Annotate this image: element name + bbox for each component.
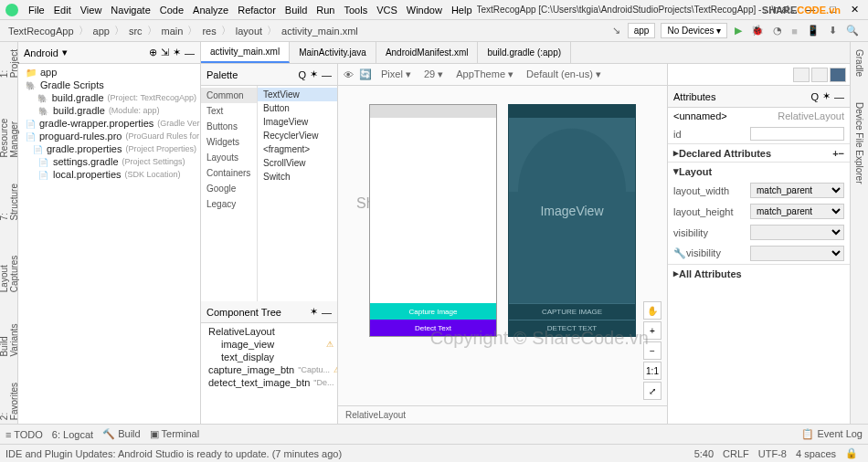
stop-icon[interactable]: ■	[788, 24, 801, 38]
device-selector[interactable]: No Devices ▾	[661, 23, 727, 38]
tab-project[interactable]: 1: Project	[0, 46, 21, 81]
menu-code[interactable]: Code	[155, 5, 188, 16]
palette-item[interactable]: ScrollView	[258, 156, 337, 170]
blueprint-capture-button[interactable]: CAPTURE IMAGE	[509, 303, 635, 320]
status-lock-icon[interactable]: 🔒	[841, 447, 863, 459]
view-split-button[interactable]	[811, 68, 828, 82]
palette-category[interactable]: Layouts	[201, 150, 257, 165]
project-hide-icon[interactable]: —	[185, 47, 195, 58]
menu-view[interactable]: View	[76, 5, 107, 16]
zoom-reset-button[interactable]: ⤢	[643, 382, 662, 400]
module-selector[interactable]: app	[628, 23, 656, 38]
menu-help[interactable]: Help	[447, 5, 477, 16]
menu-run[interactable]: Run	[312, 5, 339, 16]
palette-item[interactable]: <fragment>	[258, 142, 337, 156]
blueprint-content[interactable]: ImageView	[509, 118, 635, 303]
close-button[interactable]: ✕	[847, 4, 863, 16]
tree-node[interactable]: gradle-wrapper.properties (Gradle Versio…	[18, 117, 200, 130]
component-tree-hide-icon[interactable]: —	[322, 307, 332, 318]
view-code-button[interactable]	[793, 68, 810, 82]
component-node[interactable]: image_view ⚠	[201, 338, 337, 351]
menu-file[interactable]: File	[24, 5, 49, 16]
attr-visibility-select[interactable]	[750, 225, 844, 240]
editor-tab[interactable]: build.gradle (:app)	[478, 42, 571, 63]
menu-refactor[interactable]: Refactor	[233, 5, 281, 16]
maximize-button[interactable]: □	[826, 4, 840, 16]
tab-device-explorer[interactable]: Device File Explorer	[852, 99, 866, 187]
attr-id-input[interactable]	[750, 127, 844, 141]
sdk-icon[interactable]: ⬇	[825, 23, 841, 38]
search-icon[interactable]: 🔍	[842, 23, 863, 38]
attr-declared-section[interactable]: ▸ Declared Attributes+ −	[668, 143, 850, 162]
tree-node[interactable]: build.gradle (Module: app)	[18, 104, 200, 117]
sync-icon[interactable]: ↘	[609, 23, 624, 38]
component-node[interactable]: text_display	[201, 351, 337, 363]
menu-vcs[interactable]: VCS	[372, 5, 402, 16]
palette-item[interactable]: ImageView	[258, 115, 337, 129]
blueprint-preview[interactable]: ImageView CAPTURE IMAGE DETECT TEXT	[508, 104, 636, 337]
zoom-in-button[interactable]: +	[643, 321, 662, 340]
locale-selector[interactable]: Default (en-us) ▾	[523, 68, 605, 81]
menu-build[interactable]: Build	[281, 5, 312, 16]
tab-build-variants[interactable]: Build Variants	[0, 314, 21, 361]
palette-category[interactable]: Buttons	[201, 119, 257, 134]
attr-all-section[interactable]: ▸ All Attributes	[668, 264, 850, 282]
palette-item[interactable]: Switch	[258, 170, 337, 184]
minimize-button[interactable]: —	[801, 4, 819, 16]
design-orient-icon[interactable]: 🔄	[359, 68, 372, 80]
attr-gear-icon[interactable]: ✶	[822, 90, 831, 102]
crumb-5[interactable]: layout	[233, 26, 265, 37]
design-eye-icon[interactable]: 👁	[344, 69, 354, 80]
view-design-button[interactable]	[830, 68, 846, 82]
theme-selector[interactable]: AppTheme ▾	[452, 68, 517, 81]
device-type-selector[interactable]: Pixel ▾	[377, 68, 415, 81]
palette-category[interactable]: Common	[201, 88, 257, 103]
menu-tools[interactable]: Tools	[339, 5, 372, 16]
debug-icon[interactable]: 🐞	[747, 23, 767, 38]
palette-item[interactable]: Button	[258, 101, 337, 115]
crumb-4[interactable]: res	[199, 26, 218, 37]
tree-node[interactable]: build.gradle (Project: TextRecogApp)	[18, 91, 200, 104]
tab-structure[interactable]: 7: Structure	[0, 180, 21, 225]
preview-content[interactable]	[370, 118, 496, 303]
tool-terminal[interactable]: ▣ Terminal	[150, 428, 199, 440]
menu-analyze[interactable]: Analyze	[188, 5, 233, 16]
preview-detect-button[interactable]: Detect Text	[370, 320, 496, 336]
tab-resource-manager[interactable]: Resource Manager	[0, 100, 21, 161]
crumb-3[interactable]: main	[159, 26, 186, 37]
attr-search-icon[interactable]: Q	[810, 91, 819, 102]
avd-icon[interactable]: 📱	[803, 23, 823, 38]
run-icon[interactable]: ▶	[731, 23, 746, 38]
tree-node[interactable]: gradle.properties (Project Properties)	[18, 142, 200, 155]
palette-item[interactable]: TextView	[258, 88, 337, 101]
tool-build[interactable]: 🔨 Build	[102, 428, 141, 440]
tree-node[interactable]: local.properties (SDK Location)	[18, 168, 200, 181]
blueprint-detect-button[interactable]: DETECT TEXT	[509, 320, 635, 336]
crumb-6[interactable]: activity_main.xml	[279, 26, 361, 37]
tab-favorites[interactable]: 2: Favorites	[0, 379, 21, 424]
menu-edit[interactable]: Edit	[49, 5, 76, 16]
status-encoding[interactable]: UTF-8	[754, 448, 791, 459]
tree-node[interactable]: proguard-rules.pro (ProGuard Rules for a…	[18, 130, 200, 142]
component-node[interactable]: capture_image_btn "Captu...⚠	[201, 363, 337, 376]
project-tree[interactable]: app Gradle Scripts build.gradle (Project…	[18, 64, 200, 424]
palette-category[interactable]: Widgets	[201, 134, 257, 150]
palette-category[interactable]: Google	[201, 181, 257, 196]
crumb-1[interactable]: app	[90, 26, 112, 37]
project-gear-icon[interactable]: ✶	[173, 47, 181, 58]
palette-gear-icon[interactable]: ✶	[310, 68, 318, 80]
attr-tools-visibility-select[interactable]	[750, 246, 844, 261]
component-tree[interactable]: RelativeLayout image_view ⚠text_display …	[201, 323, 337, 424]
attr-remove-icon[interactable]: −	[839, 148, 844, 159]
menu-window[interactable]: Window	[402, 5, 447, 16]
palette-category[interactable]: Legacy	[201, 196, 257, 212]
attr-layout-height-select[interactable]: match_parent	[750, 204, 844, 219]
pan-button[interactable]: ✋	[643, 301, 662, 320]
attr-layout-section[interactable]: ▾ Layout	[668, 162, 850, 180]
preview-capture-button[interactable]: Capture Image	[370, 303, 496, 320]
editor-tab[interactable]: MainActivity.java	[290, 42, 376, 63]
status-indent[interactable]: 4 spaces	[791, 448, 841, 459]
api-selector[interactable]: 29 ▾	[420, 68, 447, 81]
tab-layout-captures[interactable]: Layout Captures	[0, 242, 21, 296]
tab-gradle[interactable]: Gradle	[852, 46, 866, 80]
